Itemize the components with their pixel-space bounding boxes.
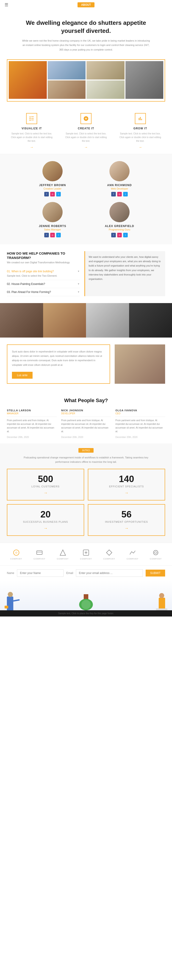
- footer: Sample text, Click to place the Key for …: [0, 610, 172, 616]
- illustration-plant: [79, 594, 93, 610]
- grow-icon-box: [135, 113, 146, 124]
- stat-arrow-1[interactable]: →: [44, 491, 48, 495]
- fb-icon-1[interactable]: f: [44, 192, 49, 196]
- divider-3: [115, 417, 165, 417]
- tw-icon-4[interactable]: t: [123, 233, 128, 237]
- faq-question-2: 02. House-Painting Essentials? ▼: [7, 282, 80, 286]
- ig-icon-3[interactable]: ◎: [50, 233, 55, 237]
- cta-left: Sunt auto dans dolor in reprehenderit in…: [7, 344, 110, 384]
- strip-image-4: [129, 303, 172, 337]
- fb-icon-3[interactable]: f: [44, 233, 49, 237]
- partner-icon-2: [35, 549, 44, 557]
- gallery-image-1: [9, 61, 47, 99]
- faq-item-2[interactable]: 02. House-Painting Essentials? ▼: [7, 280, 80, 288]
- member-4-social: f ◎ t: [89, 233, 150, 237]
- cta-button[interactable]: Lus ante: [12, 372, 33, 379]
- strip-image-3: [86, 303, 129, 337]
- stats-intro-text: Podcasting operational change management…: [21, 455, 151, 465]
- faq-item-3[interactable]: 03. Plan Ahead For Home Forming? ▼: [7, 288, 80, 296]
- member-1-name: JEFFREY BROWN: [22, 184, 83, 187]
- testimonial-3: OLGA IVANOVA CEO Proin partment ante and…: [115, 409, 165, 439]
- name-label: Name: [7, 571, 14, 575]
- menu-icon[interactable]: ☰: [5, 2, 8, 7]
- testimonial-2-text: Proin partment ante and from tristique. …: [61, 418, 111, 433]
- email-label: Email: [66, 571, 73, 575]
- illustration-person-right: [149, 586, 167, 610]
- member-3-name: JENNIE ROBERTS: [22, 224, 83, 228]
- faq-title: HOW DO WE HELP COMPANIES TO TRANSFORM?: [7, 251, 80, 260]
- partner-icon-3: [59, 549, 67, 557]
- gallery-image-2: [48, 61, 86, 80]
- tw-icon-3[interactable]: t: [56, 233, 61, 237]
- faq-question-3: 03. Plan Ahead For Home Forming? ▼: [7, 290, 80, 294]
- member-2-role: Web Developer: [89, 187, 150, 190]
- feature-create: CREATE IT Sample text. Click to select t…: [64, 113, 108, 150]
- stat-card-2: 140 EFFICIENT SPECIALISTS →: [88, 469, 165, 500]
- testimonial-2: NICK JHONSON DEVELOPER Proin partment an…: [61, 409, 111, 439]
- partner-label-2: COMPANY: [33, 558, 46, 560]
- fb-icon-4[interactable]: f: [111, 233, 116, 237]
- testimonials-title: What People Say?: [7, 398, 165, 404]
- avatar-3: [43, 202, 63, 222]
- feature-visualize: VISUALIZE IT Sample text. Click to selec…: [10, 113, 54, 150]
- hero-section: We dwelling elegance do shutters appetit…: [0, 10, 172, 57]
- partner-2: COMPANY: [33, 549, 46, 560]
- member-3-social: f ◎ t: [22, 233, 83, 237]
- stat-arrow-4[interactable]: →: [125, 526, 129, 531]
- visualize-arrow[interactable]: →: [30, 145, 33, 149]
- email-input[interactable]: [76, 570, 143, 577]
- testimonial-3-role: CEO: [115, 412, 165, 415]
- testimonials-grid: STELLA LARSON MANAGER Proin partment ant…: [7, 409, 165, 439]
- member-1-role: Creative Leader: [22, 187, 83, 190]
- ig-icon-1[interactable]: ◎: [50, 192, 55, 196]
- partner-label-4: COMPANY: [80, 558, 92, 560]
- tw-icon-2[interactable]: t: [123, 192, 128, 196]
- photo-strip: [0, 303, 172, 337]
- fb-icon-2[interactable]: f: [111, 192, 116, 196]
- create-icon: [83, 116, 89, 121]
- stat-arrow-2[interactable]: →: [125, 491, 129, 495]
- member-3-role: Sales Manager: [22, 228, 83, 231]
- faq-item-1[interactable]: 01. When is off page site link building?…: [7, 267, 80, 280]
- avatar-4: [109, 202, 129, 222]
- member-2-name: ANN RICHMOND: [89, 184, 150, 187]
- strip-image-2: [43, 303, 86, 337]
- partner-4: COMPANY: [80, 549, 92, 560]
- divider-1: [7, 417, 57, 417]
- grow-arrow[interactable]: →: [139, 145, 142, 149]
- team-section: JEFFREY BROWN Creative Leader f ◎ t ANN …: [0, 154, 172, 244]
- faq-answer-1: Sample text. Click to select the Two Ele…: [7, 273, 80, 278]
- faq-section: HOW DO WE HELP COMPANIES TO TRANSFORM? W…: [0, 244, 172, 303]
- ig-icon-4[interactable]: ◎: [117, 233, 122, 237]
- partner-7: COMPANY: [150, 549, 162, 560]
- faq-left: HOW DO WE HELP COMPANIES TO TRANSFORM? W…: [7, 251, 80, 296]
- footer-copyright: Sample text, Click to place the Key for …: [5, 612, 167, 615]
- faq-inner: HOW DO WE HELP COMPANIES TO TRANSFORM? W…: [7, 251, 165, 296]
- faq-subtitle: We created our own Digital Transformatio…: [7, 261, 80, 264]
- partner-3: COMPANY: [57, 549, 69, 560]
- partner-label-7: COMPANY: [150, 558, 162, 560]
- name-input[interactable]: [17, 570, 63, 577]
- svg-point-8: [153, 550, 158, 555]
- partner-label-5: COMPANY: [103, 558, 115, 560]
- team-member-2: ANN RICHMOND Web Developer f ◎ t: [89, 161, 150, 196]
- stats-section: INTRO Podcasting operational change mana…: [0, 444, 172, 543]
- about-button[interactable]: ABOUT: [77, 2, 95, 7]
- team-member-3: JENNIE ROBERTS Sales Manager f ◎ t: [22, 202, 83, 237]
- feature-grow: GROW IT Sample text. Click to select the…: [118, 113, 162, 150]
- partner-6: COMPANY: [126, 549, 139, 560]
- partner-icon-7: [151, 549, 160, 557]
- stat-arrow-3[interactable]: →: [44, 526, 48, 531]
- ig-icon-2[interactable]: ◎: [117, 192, 122, 196]
- tw-icon-1[interactable]: t: [56, 192, 61, 196]
- partner-1: ⊙ COMPANY: [10, 549, 22, 560]
- stat-label-1: LOYAL CUSTOMERS: [12, 485, 79, 488]
- avatar-2: [109, 161, 129, 181]
- avatar-1: [43, 161, 63, 181]
- testimonial-3-text: Proin partment ante and from tristique. …: [115, 418, 165, 433]
- gallery-section: [0, 57, 172, 106]
- visualize-icon-box: [26, 113, 37, 124]
- create-arrow[interactable]: →: [84, 145, 88, 149]
- chevron-down-icon-3: ▼: [77, 291, 80, 293]
- submit-button[interactable]: SUBMIT: [146, 570, 165, 576]
